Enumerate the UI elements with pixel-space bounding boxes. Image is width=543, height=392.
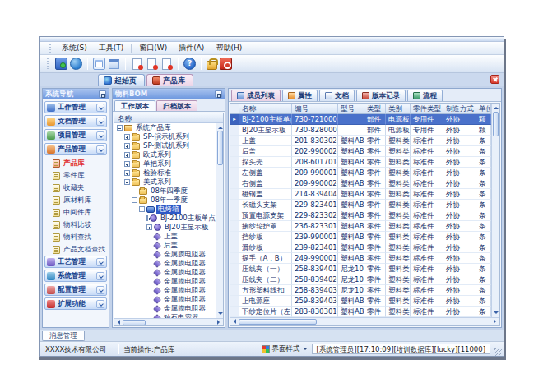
doc-close-icon[interactable] bbox=[160, 58, 173, 70]
chevron-down-icon[interactable] bbox=[303, 348, 308, 353]
expand-plus-icon[interactable] bbox=[124, 161, 130, 167]
window-list-icon[interactable] bbox=[108, 58, 120, 70]
tab-起始页[interactable]: 起始页 bbox=[98, 74, 145, 86]
close-tab-icon[interactable] bbox=[490, 75, 499, 84]
tree-node-金属膜电阻器[interactable]: 金属膜电阻器 bbox=[114, 259, 216, 268]
table-row[interactable]: ▸BJ-2100主板单点730-721000-12X部件电源板专用件外协颗 bbox=[230, 114, 491, 125]
tree-node-系统产品库[interactable]: 系统产品库 bbox=[114, 123, 216, 132]
row-selector[interactable] bbox=[230, 200, 239, 210]
chevron-down-icon[interactable] bbox=[96, 145, 104, 154]
tree-node-金属膜电阻器[interactable]: 金属膜电阻器 bbox=[114, 268, 216, 277]
tree-node-上盖[interactable]: 上盖 bbox=[114, 232, 216, 241]
chevron-down-icon[interactable] bbox=[96, 131, 104, 140]
table-row[interactable]: 上电源座259-839403-00X塑料ABS零件塑料类标准件外协条 bbox=[230, 296, 491, 307]
collapse-minus-icon[interactable] bbox=[139, 206, 145, 212]
column-header-编号[interactable]: 编号 bbox=[292, 104, 338, 114]
tab-版本记录[interactable]: 版本记录 bbox=[356, 90, 406, 101]
interface-style-label[interactable]: 界面样式 bbox=[272, 344, 300, 354]
message-management-tab[interactable]: 消息管理 bbox=[42, 331, 85, 341]
row-selector[interactable] bbox=[230, 189, 239, 200]
tree-node-金属膜电阻器[interactable]: 金属膜电阻器 bbox=[114, 304, 216, 313]
row-selector[interactable] bbox=[230, 253, 239, 264]
scroll-right-icon[interactable] bbox=[216, 319, 223, 325]
row-selector[interactable]: ▸ bbox=[230, 114, 239, 125]
sidebar-group-文档管理[interactable]: 文档管理 bbox=[44, 115, 107, 127]
tab-工作版本[interactable]: 工作版本 bbox=[114, 100, 155, 111]
tab-流程[interactable]: 流程 bbox=[407, 90, 443, 101]
menu-item-1[interactable]: 系统(S) bbox=[56, 42, 93, 54]
row-selector[interactable] bbox=[230, 178, 239, 189]
tree-node-SP-测试机系列[interactable]: SP-测试机系列 bbox=[114, 141, 216, 150]
row-selector[interactable] bbox=[230, 146, 239, 157]
collapse-minus-icon[interactable] bbox=[124, 179, 130, 185]
resize-grip[interactable] bbox=[494, 348, 502, 356]
scroll-left-icon[interactable] bbox=[230, 318, 237, 325]
sidebar-item-产品文档查找[interactable]: 产品文档查找 bbox=[44, 243, 107, 256]
tree-column-header[interactable]: 名称 bbox=[114, 113, 223, 123]
expand-plus-icon[interactable] bbox=[124, 170, 130, 176]
tree-node-欧式系列[interactable]: 欧式系列 bbox=[114, 150, 216, 159]
row-selector[interactable] bbox=[230, 157, 239, 168]
column-header-类别[interactable]: 类别 bbox=[386, 104, 411, 114]
scroll-down-icon[interactable] bbox=[492, 311, 499, 317]
table-hscroll-thumb[interactable] bbox=[239, 319, 317, 325]
tree-vertical-scrollbar[interactable] bbox=[216, 123, 223, 318]
tree-node-金属膜电阻器[interactable]: 金属膜电阻器 bbox=[114, 277, 216, 286]
doc-delete-icon[interactable] bbox=[131, 58, 143, 70]
tree-vscroll-thumb[interactable] bbox=[217, 131, 223, 165]
sidebar-item-零件库[interactable]: 零件库 bbox=[44, 169, 107, 182]
tree-node-金属膜电阻器[interactable]: 金属膜电阻器 bbox=[114, 286, 216, 295]
tree-horizontal-scrollbar[interactable] bbox=[114, 318, 223, 325]
tree-node-SP-演示机系列[interactable]: SP-演示机系列 bbox=[114, 132, 216, 141]
toolbar-drag-handle[interactable] bbox=[47, 58, 49, 70]
row-selector[interactable] bbox=[230, 221, 239, 232]
tree-node-检验标准[interactable]: 检验标准 bbox=[114, 168, 216, 178]
table-vscroll-thumb[interactable] bbox=[493, 112, 499, 136]
table-horizontal-scrollbar[interactable] bbox=[230, 317, 499, 325]
interface-style-icon[interactable] bbox=[262, 345, 270, 353]
row-selector[interactable] bbox=[230, 136, 239, 146]
row-selector[interactable] bbox=[230, 168, 239, 178]
table-row[interactable]: 磁钢盖214-839404-01X塑料ABS零件塑料类标准件外协条 bbox=[230, 189, 491, 200]
window-icon[interactable] bbox=[93, 58, 105, 70]
tree-node-BJ20主显示板[interactable]: BJ20主显示板 bbox=[114, 223, 216, 232]
menu-item-3[interactable]: 窗口(W) bbox=[133, 42, 173, 54]
tree-node-金属膜电阻器[interactable]: 金属膜电阻器 bbox=[114, 250, 216, 259]
tab-成员列表[interactable]: 成员列表 bbox=[231, 90, 281, 101]
tree-node-单把系列[interactable]: 单把系列 bbox=[114, 159, 216, 168]
column-header-制造方式[interactable]: 制造方式 bbox=[443, 104, 476, 114]
table-vertical-scrollbar[interactable] bbox=[491, 104, 499, 317]
tab-产品库[interactable]: 产品库 bbox=[146, 74, 193, 86]
row-selector[interactable] bbox=[230, 242, 239, 253]
table-row[interactable]: 压线夹（二）258-839402-00X尼龙1010零件塑料类标准件外协条 bbox=[230, 274, 491, 285]
menu-item-2[interactable]: 工具(T) bbox=[93, 42, 130, 54]
table-row[interactable]: 接纱轮护罩236-823301-00X塑料ABS零件塑料类标准件外协条 bbox=[230, 221, 491, 232]
row-selector[interactable] bbox=[230, 232, 239, 242]
menu-drag-handle[interactable] bbox=[49, 44, 51, 53]
column-header-型号[interactable]: 型号 bbox=[338, 104, 364, 114]
sidebar-group-扩展功能[interactable]: 扩展功能 bbox=[44, 297, 107, 310]
tree-node-电烤箱[interactable]: 电烤箱 bbox=[114, 205, 216, 214]
table-row[interactable]: 上盖201-830302-00X塑料ABS零件塑料类标准件外协条 bbox=[230, 136, 491, 146]
expand-plus-icon[interactable] bbox=[124, 152, 130, 158]
tree-node-08年一季度[interactable]: 08年一季度 bbox=[114, 196, 216, 205]
scroll-left-icon[interactable] bbox=[114, 319, 121, 325]
sidebar-collapse-icon[interactable] bbox=[99, 90, 106, 98]
table-row[interactable]: BJ20主显示板730-828000-04X部件电源板专用件外协颗 bbox=[230, 125, 491, 136]
row-selector[interactable] bbox=[230, 285, 239, 296]
collapse-minus-icon[interactable] bbox=[132, 197, 137, 203]
sidebar-group-配置管理[interactable]: 配置管理 bbox=[44, 284, 107, 296]
collapse-minus-icon[interactable] bbox=[117, 125, 123, 131]
tree-node-08年四季度[interactable]: 08年四季度 bbox=[114, 187, 216, 196]
table-row[interactable]: 压线夹（一）258-839401-00X尼龙1010零件塑料类标准件外协条 bbox=[230, 264, 491, 274]
column-header-单位[interactable]: 单位 bbox=[476, 104, 491, 114]
sidebar-item-物料查找[interactable]: 物料查找 bbox=[44, 231, 107, 243]
sidebar-group-工艺管理[interactable]: 工艺管理 bbox=[44, 256, 107, 268]
table-row[interactable]: 预置电源支架229-823302-00X塑料ABS零件塑料类标准件外协条 bbox=[230, 210, 491, 221]
sidebar-item-收藏夹[interactable]: 收藏夹 bbox=[44, 182, 107, 194]
scroll-right-icon[interactable] bbox=[493, 318, 499, 325]
row-selector[interactable] bbox=[230, 274, 239, 285]
expand-plus-icon[interactable] bbox=[146, 215, 148, 221]
sidebar-item-中间件库[interactable]: 中间件库 bbox=[44, 206, 107, 219]
tree-node-后盖[interactable]: 后盖 bbox=[114, 241, 216, 250]
